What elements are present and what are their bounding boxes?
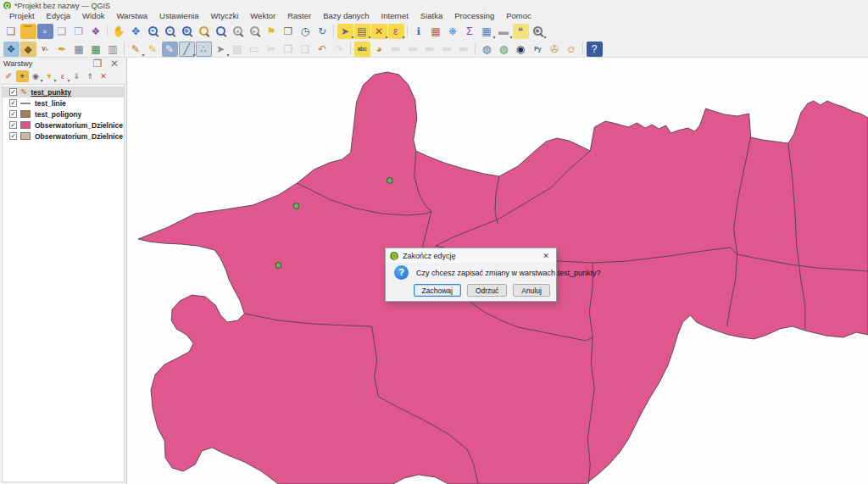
dialog-close-icon[interactable]: ✕ [540, 252, 552, 260]
layer-diagram-icon[interactable]: ◕ [371, 42, 387, 57]
nominatim-geocoder-icon[interactable]: ✱▾ [530, 24, 546, 39]
add-group-icon[interactable]: + [16, 70, 29, 82]
style-manager-icon[interactable]: ❖ [88, 24, 104, 39]
select-features-by-value-icon[interactable]: ▤▾ [354, 24, 370, 39]
point-feature[interactable] [275, 263, 281, 268]
zoom-full-icon[interactable]: ✥ [179, 24, 195, 39]
add-point-feature-icon[interactable]: ∴ [196, 42, 212, 57]
layer-row-test_linie[interactable]: ✓test_linie [3, 97, 124, 108]
float-panel-icon[interactable]: ❐ [90, 56, 106, 71]
menu-edycja[interactable]: Edycja [41, 11, 77, 20]
open-attribute-table-icon[interactable]: ▦▾ [479, 24, 495, 39]
zoom-out-icon[interactable]: − [162, 24, 178, 39]
vertex-tool-icon[interactable]: ➤▾ [213, 42, 229, 57]
discard-button[interactable]: Odrzuć [467, 284, 507, 297]
remove-layer-icon[interactable]: ✕ [97, 70, 110, 82]
layer-visibility-checkbox[interactable]: ✓ [9, 121, 17, 129]
run-feature-action-icon[interactable]: ▦ [428, 24, 444, 39]
menu-wektor[interactable]: Wektor [244, 11, 281, 20]
zoom-to-selection-icon[interactable] [196, 24, 212, 39]
statistical-summary-icon[interactable]: Σ [462, 24, 478, 39]
open-layer-styling-icon[interactable]: ✐ [3, 70, 15, 82]
save-layer-edits-icon[interactable]: ✎ [162, 42, 178, 57]
layer-labeling-icon[interactable]: abc [354, 42, 370, 57]
map-canvas[interactable]: Q Zakończ edycję ✕ ? Czy chcesz zapisać … [127, 58, 868, 484]
help-contents-icon[interactable]: ? [587, 42, 603, 57]
plugin-tools-icon[interactable]: ✇ [547, 42, 563, 57]
pan-to-selection-icon[interactable]: ✥ [128, 24, 144, 39]
osm-place-search-icon[interactable]: ☺ [564, 42, 580, 57]
undo-icon[interactable]: ↶ [314, 42, 331, 57]
qgis-dialog-icon: Q [390, 252, 398, 260]
toggle-editing-icon[interactable]: ✎ [145, 42, 161, 57]
layer-visibility-checkbox[interactable]: ✓ [9, 88, 17, 96]
select-features-icon[interactable]: ➤▾ [337, 24, 353, 39]
python-console-icon[interactable]: Py [530, 42, 546, 57]
layer-visibility-checkbox[interactable]: ✓ [9, 99, 17, 107]
layer-visibility-checkbox[interactable]: ✓ [9, 110, 17, 118]
collapse-all-icon[interactable]: ⇑ [84, 70, 97, 82]
new-virtual-layer-icon[interactable]: ▦ [88, 42, 104, 57]
new-print-layout-icon[interactable]: ❏ [54, 24, 70, 39]
data-source-manager-icon[interactable]: ❖ [3, 42, 19, 57]
layer-row-test_punkty[interactable]: ✓✎test_punkty [3, 86, 124, 97]
filter-legend-icon[interactable]: ▼▾ [43, 70, 56, 82]
new-mesh-layer-icon[interactable]: ▥ [105, 42, 121, 57]
filter-by-expression-icon[interactable]: ε▾ [57, 70, 70, 82]
new-shapefile-layer-icon[interactable]: ✒ [54, 42, 70, 57]
map-tips-icon[interactable]: ❝ [513, 24, 529, 39]
question-icon: ? [394, 265, 409, 280]
point-feature[interactable] [387, 178, 392, 183]
save-project-icon[interactable]: ▫ [37, 24, 53, 39]
menu-warstwa[interactable]: Warstwa [111, 11, 154, 20]
identify-features-icon[interactable]: ℹ [411, 24, 427, 39]
new-vector-layer-icon[interactable]: V₊ [37, 42, 53, 57]
new-spatial-bookmark-icon[interactable]: ⚑ [264, 24, 280, 39]
layout-manager-icon[interactable]: ❒ [71, 24, 87, 39]
processing-toolbox-icon[interactable]: ❈ [445, 24, 461, 39]
menu-siatka[interactable]: Siatka [415, 11, 448, 20]
show-spatial-bookmarks-icon[interactable]: ❒ [281, 24, 297, 39]
save-button[interactable]: Zachowaj [414, 284, 461, 297]
menu-internet[interactable]: Internet [376, 11, 415, 20]
refresh-map-icon[interactable]: ↻ [314, 24, 331, 39]
cancel-button[interactable]: Anuluj [513, 284, 550, 297]
zoom-next-icon[interactable]: ▸ [247, 24, 263, 39]
layer-row-test_poligony[interactable]: ✓test_poligony [3, 108, 124, 120]
select-by-expression-icon[interactable]: ε▾ [388, 24, 404, 39]
pan-map-icon[interactable]: ✋ [111, 24, 127, 39]
expand-all-icon[interactable]: ⇓ [70, 70, 83, 82]
open-project-icon[interactable]: ▔ [20, 24, 36, 39]
digitize-with-segment-icon[interactable]: ╱▾ [179, 42, 195, 57]
menu-wtyczki[interactable]: Wtyczki [205, 11, 245, 20]
menu-projekt[interactable]: Projekt [3, 11, 41, 20]
menu-widok[interactable]: Widok [76, 11, 110, 20]
menu-pomoc[interactable]: Pomoc [500, 11, 537, 20]
measure-icon[interactable]: ▬▾ [496, 24, 512, 39]
zoom-in-icon[interactable]: + [145, 24, 161, 39]
manage-map-themes-icon[interactable]: ◉▾ [30, 70, 42, 82]
layer-row-Obserwatorium_Dzielnice:Dzielnice[interactable]: ✓Obserwatorium_Dzielnice:Dzielnice [3, 120, 124, 131]
metasearch-icon[interactable]: ◍ [479, 42, 495, 57]
point-feature[interactable] [293, 203, 298, 209]
zoom-to-layer-icon[interactable] [213, 24, 229, 39]
layer-label: Obserwatorium_Dzielnice:Granice [35, 132, 124, 141]
qgis2web-icon[interactable]: ◍ [496, 42, 512, 57]
new-geopackage-layer-icon[interactable]: ◆ [20, 42, 36, 57]
menu-processing[interactable]: Processing [448, 11, 500, 20]
layer-label: Obserwatorium_Dzielnice:Dzielnice [35, 121, 124, 130]
layer-visibility-checkbox[interactable]: ✓ [9, 132, 17, 140]
new-temporary-scratch-layer-icon[interactable]: ▦ [71, 42, 87, 57]
current-edits-icon[interactable]: ✎▾ [128, 42, 144, 57]
close-panel-icon[interactable]: ✕ [107, 56, 123, 71]
web-plugin-icon[interactable]: ◉ [513, 42, 529, 57]
menu-ustawienia[interactable]: Ustawienia [153, 11, 204, 20]
new-project-icon[interactable]: ❏ [3, 24, 19, 39]
layer-row-Obserwatorium_Dzielnice:Granice[interactable]: ✓Obserwatorium_Dzielnice:Granice [3, 131, 124, 142]
zoom-last-icon[interactable]: ◂ [230, 24, 246, 39]
dialog-title-bar[interactable]: Q Zakończ edycję ✕ [386, 248, 556, 263]
deselect-features-icon[interactable]: ✕▾ [371, 24, 387, 39]
temporal-controller-icon[interactable]: ◷ [298, 24, 314, 39]
menu-raster[interactable]: Raster [281, 11, 317, 20]
menu-bazy-danych[interactable]: Bazy danych [317, 11, 375, 20]
